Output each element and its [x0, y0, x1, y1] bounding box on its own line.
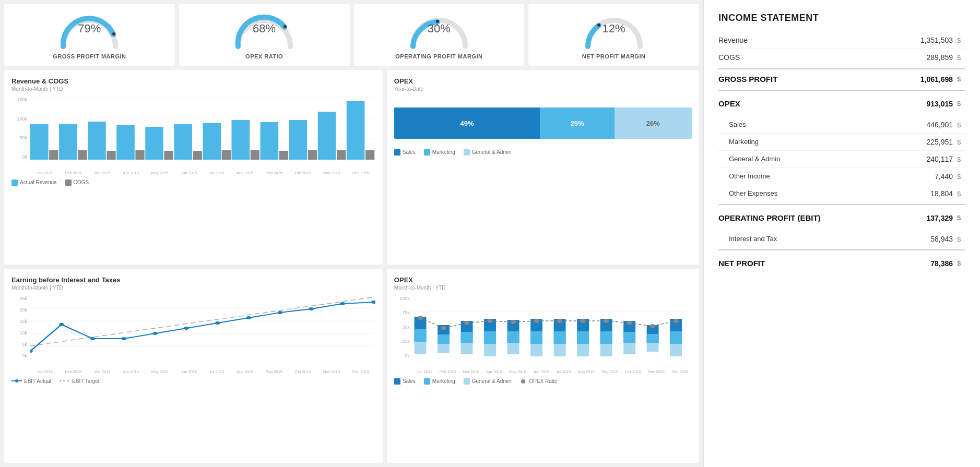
revenue-amount: 1,351,503 [911, 36, 953, 44]
ebit-legend: EBIT Actual EBIT Target [11, 378, 375, 384]
svg-point-95 [418, 316, 423, 320]
revenue-cogs-card: Revenue & COGS Month-to-Month | YTD 150k… [4, 70, 383, 265]
svg-rect-94 [670, 344, 682, 356]
opex-monthly-svg [413, 296, 692, 358]
opex-monthly-title: OPEX [394, 276, 692, 284]
opex-seg-admin: 26% [615, 107, 692, 139]
svg-point-106 [673, 319, 678, 323]
interest-tax-amount: 58,943 [911, 235, 953, 243]
svg-rect-30 [337, 150, 346, 160]
gauge-label-3: OPERATING PROFIT MARGIN [395, 53, 482, 59]
income-row-opex: OPEX 913,015 $ [718, 93, 965, 114]
left-panel: 79% GROSS PROFIT MARGIN 68% OPEX RATIO [0, 0, 703, 467]
svg-rect-76 [530, 344, 542, 356]
ebit-subtitle: Month-to-Month | YTD [11, 285, 375, 291]
income-row-admin: General & Admin 240,117 $ [718, 151, 965, 168]
svg-rect-63 [438, 334, 450, 344]
svg-rect-88 [623, 343, 635, 354]
svg-rect-84 [600, 331, 612, 344]
svg-rect-70 [484, 344, 496, 356]
revenue-label: Revenue [718, 36, 748, 44]
income-row-cogs: COGS 289,859 $ [718, 49, 965, 66]
marketing-amount: 225,951 [911, 138, 953, 146]
gauge-value-1: 79% [78, 22, 101, 35]
svg-rect-13 [174, 124, 192, 160]
svg-rect-24 [164, 151, 173, 160]
gauge-label-2: OPEX RATIO [245, 53, 283, 59]
gauge-container-3: 30% [408, 13, 470, 49]
svg-point-48 [309, 307, 313, 310]
other-income-amount: 7,440 [911, 172, 953, 181]
cogs-label: COGS [718, 53, 740, 62]
svg-rect-73 [507, 343, 519, 354]
opex-monthly-subtitle: Month-to-Month | YTD [394, 285, 692, 291]
sales-currency: $ [957, 121, 965, 129]
rc-legend: Actual Revenue COGS [11, 179, 375, 186]
svg-point-41 [90, 337, 95, 340]
opex-monthly-yaxis: 100k 75k 50k 25k 0k [394, 296, 412, 358]
legend-opex-admin-dot [464, 378, 470, 385]
svg-rect-18 [318, 112, 336, 160]
svg-rect-9 [59, 124, 77, 160]
svg-point-100 [534, 319, 539, 323]
income-statement-title: INCOME STATEMENT [718, 13, 965, 23]
svg-rect-72 [507, 331, 519, 343]
ebit-income-currency: $ [957, 214, 965, 222]
cogs-values: 289,859 $ [911, 53, 965, 62]
rc-chart-svg [30, 97, 375, 160]
svg-point-96 [441, 326, 446, 330]
svg-rect-91 [647, 343, 659, 352]
svg-line-38 [30, 297, 375, 346]
admin-values: 240,117 $ [911, 155, 965, 163]
gauge-gross-profit: 79% GROSS PROFIT MARGIN [4, 4, 175, 66]
opex-monthly-xaxis: Jan 2015Feb 2015Mar 2015Apr 2015 May 201… [413, 369, 692, 374]
svg-point-50 [371, 301, 375, 304]
svg-rect-93 [670, 331, 682, 344]
other-expenses-amount: 18,804 [911, 189, 953, 198]
legend-admin-dot [464, 149, 470, 155]
ebit-income-amount: 137,329 [911, 214, 953, 222]
svg-rect-15 [231, 120, 250, 160]
svg-point-104 [627, 321, 632, 325]
svg-point-52 [15, 379, 18, 382]
svg-rect-69 [484, 331, 496, 344]
svg-rect-17 [289, 120, 308, 160]
opex-horizontal-bar: 49% 25% 26% [394, 107, 692, 139]
svg-rect-60 [414, 329, 426, 342]
svg-rect-10 [88, 122, 106, 160]
ebit-chart-svg [30, 296, 375, 358]
marketing-label: Marketing [718, 138, 759, 146]
ebit-income-values: 137,329 $ [911, 213, 965, 222]
legend-cogs-dot [65, 179, 72, 186]
income-row-other-income: Other Income 7,440 $ [718, 168, 965, 185]
svg-point-47 [278, 311, 282, 314]
cogs-amount: 289,859 [911, 53, 953, 62]
svg-rect-79 [553, 344, 565, 356]
gauge-container-1: 79% [58, 13, 121, 49]
svg-rect-64 [438, 344, 450, 353]
opex-monthly-legend: Sales Marketing General & Admin OPEX Rat… [394, 378, 692, 385]
admin-amount: 240,117 [911, 155, 953, 163]
rc-xaxis: Jan 2015Feb 2015Mar 2015Apr 2015 May 201… [30, 171, 375, 175]
opex-ytd-title: OPEX [394, 77, 692, 85]
gauge-value-3: 30% [428, 22, 451, 35]
svg-point-44 [184, 327, 188, 330]
svg-rect-26 [222, 150, 231, 160]
gauge-opex: 68% OPEX RATIO [179, 4, 350, 66]
interest-tax-label: Interest and Tax [718, 235, 777, 243]
other-expenses-currency: $ [957, 190, 965, 198]
legend-sales-dot [394, 149, 400, 155]
gross-profit-label: GROSS PROFIT [718, 75, 777, 83]
net-profit-amount: 78,386 [911, 259, 953, 268]
svg-point-1 [284, 25, 287, 28]
svg-point-105 [650, 324, 655, 328]
income-statement-panel: INCOME STATEMENT Revenue 1,351,503 $ COG… [703, 0, 980, 467]
svg-rect-85 [600, 344, 612, 356]
marketing-values: 225,951 $ [911, 138, 965, 146]
cogs-currency: $ [957, 54, 965, 62]
svg-rect-61 [414, 342, 426, 354]
income-row-revenue: Revenue 1,351,503 $ [718, 32, 965, 49]
legend-opex-marketing-dot [424, 378, 430, 385]
legend-revenue-dot [11, 179, 18, 186]
svg-rect-22 [107, 151, 115, 160]
